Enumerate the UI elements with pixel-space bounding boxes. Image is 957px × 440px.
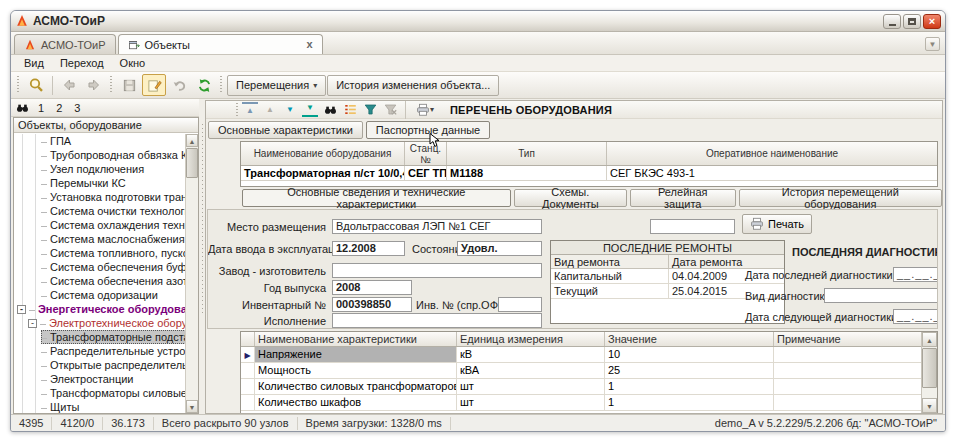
move-up-icon[interactable]: ▲ [262,102,278,117]
commissioning-field[interactable]: 12.2008 [332,241,405,256]
bookmark-number[interactable]: 2 [54,102,64,114]
tab-list-dropdown-icon[interactable]: ▼ [925,37,940,51]
undo-button[interactable] [167,74,191,96]
scroll-up-icon[interactable]: ▲ [922,332,937,347]
edit-button[interactable] [142,74,166,96]
last-diag-date-field[interactable]: __.__.____ [893,267,938,282]
expander-minus-icon[interactable]: - [17,305,26,314]
tree-item[interactable]: ГПА [14,134,185,148]
refresh-button[interactable] [192,74,216,96]
characteristic-row[interactable]: Количество силовых трансформаторов шт 1 [241,379,921,395]
expander-minus-icon[interactable]: - [28,319,37,328]
close-button[interactable]: × [923,14,941,29]
tree-item[interactable]: Система обеспечения буферным [14,260,185,274]
column-header[interactable]: Тип [447,142,607,165]
search-button[interactable] [24,74,48,96]
scrollbar-thumb[interactable] [922,348,937,388]
move-first-icon[interactable]: ▲ [242,102,258,117]
move-down-icon[interactable]: ▼ [282,102,298,117]
bookmark-number[interactable]: 1 [36,102,46,114]
bookmark-number[interactable]: 3 [72,102,82,114]
year-field[interactable]: 2008 [332,280,412,295]
tree-item[interactable]: Система маслоснабжения [14,232,185,246]
detail-tab[interactable]: Схемы. Документы [514,189,627,207]
move-last-icon[interactable]: ▼ [302,102,318,117]
diag-kind-field[interactable] [824,288,938,303]
characteristic-row[interactable]: ▶ Напряжение кВ 10 [241,347,921,363]
tree-item[interactable]: Щиты [14,400,185,413]
view-tab[interactable]: Основные характеристики [208,121,363,139]
back-button[interactable] [57,74,81,96]
manufacturer-field[interactable] [332,263,542,278]
print-grid-button[interactable]: ▾ [413,102,437,117]
tree-item[interactable]: Система одоризации [14,288,185,302]
tree-scrollbar[interactable]: ▲ ▼ [185,134,198,413]
next-diag-date-field[interactable]: __.__.____ [893,309,938,324]
tree-item-label: Электростанции [41,372,133,386]
tree-item[interactable]: - Энергетическое оборудование [14,302,185,316]
menu-item[interactable]: Вид [17,56,51,70]
find-binoculars-icon[interactable] [322,102,338,117]
view-tab[interactable]: Паспортные данные [366,121,490,139]
inv-of-field[interactable] [498,297,542,312]
execution-field[interactable] [332,313,542,328]
menu-item[interactable]: Окно [113,56,153,70]
inventory-field[interactable]: 000398850 [332,297,412,312]
column-header[interactable]: Значение [605,332,774,346]
scroll-up-icon[interactable]: ▲ [186,134,198,147]
scrollbar-thumb[interactable] [186,148,198,178]
tree-item[interactable]: Трансформаторы силовые [14,386,185,400]
tree-item[interactable]: Система обеспечения азотом [14,274,185,288]
detail-tab[interactable]: Основные сведения и технические характер… [242,189,511,207]
tree-item[interactable]: Трансформаторные подстанции [14,330,185,344]
equipment-row[interactable]: Трансформаторная п/ст 10/0,4 кВ СЕГ ТП М… [241,166,937,181]
minimize-button[interactable] [883,14,901,29]
detail-tab[interactable]: Релейная защита [630,189,736,207]
filter-clear-icon[interactable] [382,102,398,117]
characteristic-row[interactable]: Количество шкафов шт 1 [241,395,921,411]
column-header[interactable]: Единица измерения [457,332,605,346]
characteristics-scrollbar[interactable]: ▲ ▼ [921,332,937,413]
column-header[interactable]: Примечание [774,332,921,346]
scroll-down-icon[interactable]: ▼ [922,398,937,413]
equipment-panel: ▲ ▲ ▼ ▼ ▾ [205,100,943,414]
objects-tree-panel: 123 Объекты, оборудование ГПА Трубопрово… [11,99,199,414]
detail-tab[interactable]: История перемещений оборудования [739,189,942,207]
state-field[interactable]: Удовл. [457,241,542,256]
tree-item[interactable]: Узел подключения [14,162,185,176]
location-extra-field[interactable] [650,219,735,234]
location-field[interactable]: Вдольтрассовая ЛЭП №1 СЕГ [332,219,542,234]
filter-icon[interactable] [362,102,378,117]
column-header[interactable]: Наименование оборудования [241,142,405,165]
scroll-down-icon[interactable]: ▼ [186,400,198,413]
tree-item[interactable]: - Электротехническое оборудование [14,316,185,330]
tab-close-icon[interactable]: x [306,39,312,50]
menu-item[interactable]: Переход [53,56,111,70]
tree-item[interactable]: Система очистки технологическо [14,204,185,218]
column-header[interactable]: Станц. № [405,142,447,165]
tree-item[interactable]: Система топливного, пускового и [14,246,185,260]
tree-item[interactable]: Перемычки КС [14,176,185,190]
save-button[interactable] [117,74,141,96]
tree-item-label: Система топливного, пускового и [41,246,185,260]
forward-button[interactable] [82,74,106,96]
tree-item[interactable]: Открытые распределительные ус [14,358,185,372]
repairs-col-kind[interactable]: Вид ремонта [551,255,669,268]
tree-item[interactable]: Трубопроводная обвязка КЦ с ТГ [14,148,185,162]
column-header[interactable]: Оперативное наименование [607,142,937,165]
tab-asmo[interactable]: АСМО-ТОиР [14,34,116,54]
tree-item[interactable]: Распределительные устройства ( [14,344,185,358]
repairs-col-date[interactable]: Дата ремонта [669,255,784,268]
tree-item[interactable]: Электростанции [14,372,185,386]
tree-item[interactable]: Система охлаждения технологич [14,218,185,232]
column-header[interactable]: Наименование характеристики [255,332,457,346]
tab-objects[interactable]: Объекты x [118,34,323,54]
maximize-button[interactable] [903,14,921,29]
movements-button[interactable]: Перемещения ▾ [227,75,326,96]
history-button[interactable]: История изменения объекта... [327,75,499,96]
characteristic-row[interactable]: Мощность кВА 25 [241,363,921,379]
print-button[interactable]: Печать [742,214,812,234]
tree-column-header[interactable]: Объекты, оборудование [14,118,198,133]
checklist-icon[interactable] [342,102,358,117]
tree-item[interactable]: Установка подготовки транспорт [14,190,185,204]
